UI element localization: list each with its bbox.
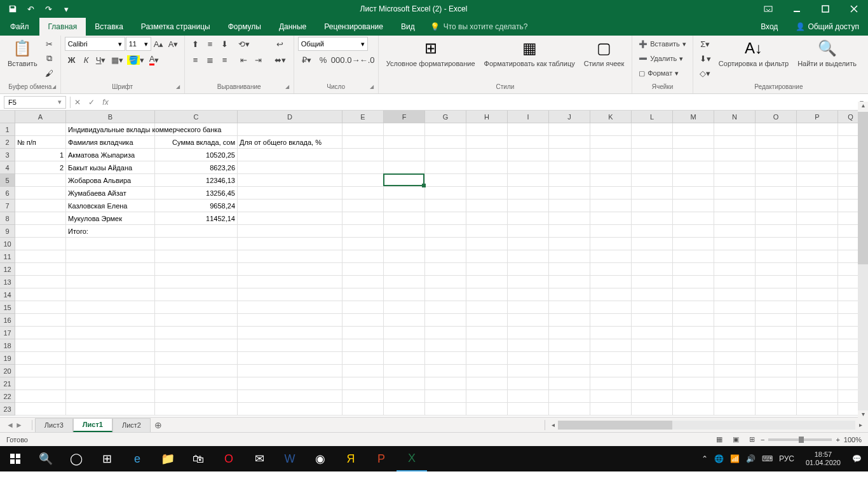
row-header[interactable]: 21	[0, 377, 15, 390]
cell[interactable]	[756, 136, 797, 149]
cell[interactable]	[238, 403, 342, 416]
cell[interactable]	[384, 288, 425, 301]
cell[interactable]	[425, 161, 466, 174]
increase-indent-icon[interactable]: ⇥	[252, 53, 266, 67]
input-icon[interactable]: ⌨	[762, 454, 773, 463]
share-button[interactable]: 👤 Общий доступ	[787, 18, 868, 36]
column-header[interactable]: P	[797, 111, 838, 123]
cell[interactable]	[797, 403, 838, 416]
cell[interactable]	[714, 187, 756, 200]
cell[interactable]	[238, 161, 342, 174]
scroll-left-icon[interactable]: ◂	[548, 421, 558, 428]
cell[interactable]	[756, 250, 797, 263]
excel-icon[interactable]: X	[397, 446, 427, 471]
cell[interactable]	[384, 250, 425, 263]
cell[interactable]	[425, 327, 466, 339]
find-select-button[interactable]: 🔍 Найти и выделить	[794, 37, 860, 69]
cell[interactable]	[384, 390, 425, 403]
cell[interactable]	[342, 149, 384, 161]
name-box[interactable]: F5▾	[4, 96, 66, 109]
cell[interactable]	[756, 149, 797, 161]
cell[interactable]	[590, 339, 632, 352]
cell[interactable]	[238, 365, 342, 377]
cell[interactable]	[756, 212, 797, 225]
cell[interactable]	[466, 149, 508, 161]
cell[interactable]	[549, 327, 590, 339]
cell[interactable]	[756, 327, 797, 339]
cell[interactable]	[632, 238, 673, 250]
cell[interactable]	[342, 365, 384, 377]
cell[interactable]	[238, 288, 342, 301]
cell[interactable]	[66, 314, 155, 327]
cell[interactable]	[425, 136, 466, 149]
cell[interactable]: 13256,45	[155, 187, 238, 200]
cell[interactable]	[425, 288, 466, 301]
cell[interactable]	[15, 403, 66, 416]
cell[interactable]	[342, 187, 384, 200]
cell[interactable]	[673, 225, 714, 238]
row-header[interactable]: 3	[0, 149, 15, 161]
cell[interactable]	[384, 339, 425, 352]
column-header[interactable]: C	[155, 111, 238, 123]
cell[interactable]	[155, 288, 238, 301]
scroll-thumb[interactable]	[558, 421, 672, 430]
cell[interactable]	[238, 149, 342, 161]
font-size-select[interactable]: 11▾	[126, 37, 151, 51]
cell[interactable]	[238, 314, 342, 327]
font-name-select[interactable]: Calibri▾	[65, 37, 125, 51]
cell[interactable]	[508, 352, 549, 365]
cell[interactable]: Фамилия вкладчика	[66, 136, 155, 149]
cell[interactable]	[673, 161, 714, 174]
column-header[interactable]: L	[632, 111, 673, 123]
cell[interactable]	[590, 200, 632, 212]
cell[interactable]	[15, 377, 66, 390]
cell[interactable]	[342, 327, 384, 339]
cell[interactable]	[756, 301, 797, 314]
cell[interactable]	[549, 390, 590, 403]
cell[interactable]	[425, 377, 466, 390]
dialog-launcher-icon[interactable]: ◢	[174, 84, 182, 92]
cell[interactable]	[756, 377, 797, 390]
column-header[interactable]: N	[714, 111, 756, 123]
cell[interactable]	[342, 377, 384, 390]
tell-me-search[interactable]: 💡 Что вы хотите сделать?	[424, 18, 534, 36]
cells-area[interactable]: Индивидуальные вклады коммерческого банк…	[15, 123, 864, 416]
cell[interactable]	[797, 136, 838, 149]
cell[interactable]	[15, 174, 66, 187]
cell[interactable]	[15, 327, 66, 339]
cell[interactable]	[425, 276, 466, 288]
cell[interactable]	[797, 187, 838, 200]
cell[interactable]	[15, 390, 66, 403]
cell[interactable]	[238, 377, 342, 390]
cell[interactable]	[466, 314, 508, 327]
cell[interactable]	[714, 390, 756, 403]
cell[interactable]	[508, 288, 549, 301]
fill-icon[interactable]: ⬇▾	[697, 51, 714, 65]
file-explorer-icon[interactable]: 📁	[153, 446, 183, 471]
scroll-down-icon[interactable]: ▾	[858, 410, 868, 421]
cell[interactable]	[466, 301, 508, 314]
cell[interactable]	[797, 174, 838, 187]
cell[interactable]	[238, 352, 342, 365]
row-header[interactable]: 9	[0, 225, 15, 238]
cell[interactable]	[466, 403, 508, 416]
cell[interactable]	[342, 339, 384, 352]
cell[interactable]	[673, 403, 714, 416]
row-header[interactable]: 20	[0, 365, 15, 377]
save-icon[interactable]	[5, 1, 20, 17]
cell[interactable]	[384, 136, 425, 149]
cell[interactable]	[466, 123, 508, 136]
cell[interactable]	[342, 352, 384, 365]
cell[interactable]	[756, 238, 797, 250]
column-header[interactable]: H	[466, 111, 508, 123]
cell[interactable]	[714, 200, 756, 212]
delete-cells-button[interactable]: ➖Удалить ▾	[636, 51, 689, 65]
maximize-icon[interactable]	[811, 0, 839, 18]
cell[interactable]	[714, 377, 756, 390]
cell[interactable]	[508, 339, 549, 352]
cell[interactable]	[673, 136, 714, 149]
column-header[interactable]: B	[66, 111, 155, 123]
wifi-icon[interactable]: 📶	[730, 454, 740, 463]
sheet-nav-prev-icon[interactable]: ◄	[6, 421, 14, 430]
cell[interactable]	[15, 352, 66, 365]
